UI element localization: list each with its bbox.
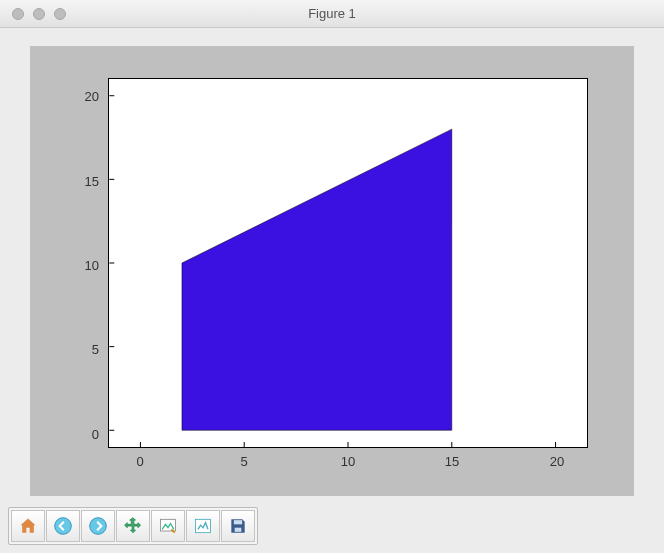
y-tick-label: 0: [59, 427, 99, 442]
window-title: Figure 1: [0, 6, 664, 21]
svg-rect-16: [235, 528, 242, 532]
y-tick-label: 5: [59, 342, 99, 357]
back-arrow-icon: [53, 516, 73, 536]
x-tick-label: 15: [445, 454, 459, 469]
save-button[interactable]: [221, 510, 255, 542]
svg-point-11: [55, 518, 72, 535]
svg-rect-15: [234, 520, 242, 524]
zoom-window-button[interactable]: [54, 8, 66, 20]
figure-canvas: 0 5 10 15 20 0 5 10 15 20: [0, 28, 664, 506]
filled-polygon: [182, 129, 452, 430]
x-tick-label: 10: [341, 454, 355, 469]
y-tick-label: 10: [59, 258, 99, 273]
chart-svg: [109, 79, 587, 447]
svg-rect-14: [196, 519, 211, 532]
x-tick-label: 5: [240, 454, 247, 469]
window-controls: [0, 8, 66, 20]
figure-background: 0 5 10 15 20 0 5 10 15 20: [30, 46, 634, 496]
x-tick-label: 0: [136, 454, 143, 469]
forward-button[interactable]: [81, 510, 115, 542]
home-button[interactable]: [11, 510, 45, 542]
svg-marker-0: [182, 129, 452, 430]
titlebar: Figure 1: [0, 0, 664, 28]
svg-point-12: [90, 518, 107, 535]
save-icon: [228, 516, 248, 536]
plot-axes[interactable]: [108, 78, 588, 448]
mpl-toolbar: [8, 507, 258, 545]
back-button[interactable]: [46, 510, 80, 542]
zoom-button[interactable]: [151, 510, 185, 542]
x-tick-label: 20: [550, 454, 564, 469]
minimize-window-button[interactable]: [33, 8, 45, 20]
y-tick-label: 15: [59, 174, 99, 189]
zoom-rect-icon: [158, 516, 178, 536]
pan-icon: [123, 516, 143, 536]
pan-button[interactable]: [116, 510, 150, 542]
subplots-button[interactable]: [186, 510, 220, 542]
y-tick-label: 20: [59, 89, 99, 104]
home-icon: [18, 516, 38, 536]
subplots-icon: [193, 516, 213, 536]
close-window-button[interactable]: [12, 8, 24, 20]
forward-arrow-icon: [88, 516, 108, 536]
